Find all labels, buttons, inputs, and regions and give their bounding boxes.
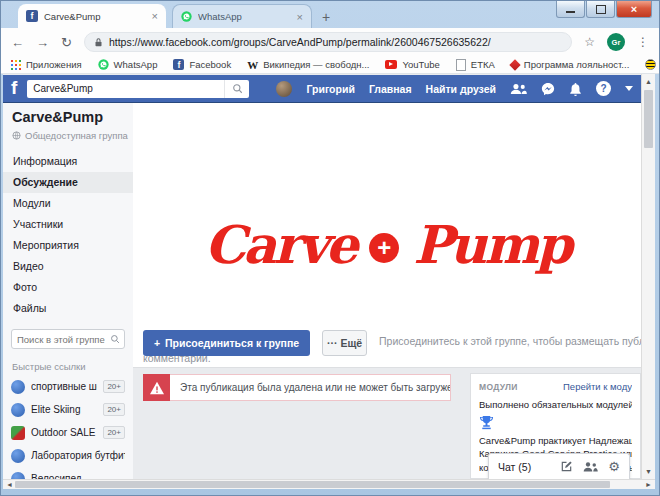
plus-icon: + (154, 337, 160, 349)
friend-requests-icon[interactable] (510, 83, 527, 95)
bookmark-wikipedia[interactable]: W Википедия — свободн... (247, 59, 369, 71)
sidebar-item-modules[interactable]: Модули (3, 193, 133, 214)
chat-bar[interactable]: Чат (5) ⚙ (488, 453, 630, 479)
facebook-search[interactable] (27, 80, 249, 98)
sidebar-item-files[interactable]: Файлы (3, 298, 133, 319)
quick-link-label: Elite Skiing (31, 404, 97, 415)
nav-find-friends[interactable]: Найти друзей (426, 83, 496, 95)
horizontal-scrollbar[interactable]: ◄ ► (3, 479, 655, 489)
plus-icon: + (369, 233, 399, 263)
facebook-logo[interactable]: f (11, 78, 17, 97)
more-button[interactable]: ··· Ещё (322, 330, 367, 356)
browser-toolbar: ← → ↻ https://www.facebook.com/groups/Ca… (1, 28, 659, 56)
notifications-icon[interactable] (569, 82, 582, 96)
bookmark-etka[interactable]: ЕТКА (456, 59, 495, 71)
group-search-input[interactable] (12, 334, 110, 345)
wikipedia-icon: W (247, 59, 258, 71)
group-sidebar: Carve&Pump Общедоступная группа Информац… (3, 103, 133, 479)
bookmark-loyalty[interactable]: Программа лояльност... (511, 59, 629, 70)
bookmark-beeline[interactable]: Мобильный Билайн: м... (645, 59, 660, 70)
user-avatar[interactable] (276, 81, 292, 97)
new-tab-button[interactable]: + (322, 9, 330, 25)
window-close-button[interactable]: × (616, 1, 652, 18)
chat-settings-icon[interactable]: ⚙ (608, 460, 620, 473)
unread-badge: 20+ (103, 380, 125, 393)
group-search[interactable] (11, 329, 125, 349)
scroll-up-icon[interactable]: ▲ (642, 78, 655, 85)
vertical-scrollbar-thumb[interactable] (644, 90, 653, 148)
facebook-icon: f (173, 59, 184, 70)
quick-link-item[interactable]: спортивные шопог... 20+ (3, 375, 133, 398)
scroll-right-icon[interactable]: ► (645, 480, 652, 489)
user-profile-link[interactable]: Григорий (306, 83, 354, 95)
quick-link-item[interactable]: Велосипед (3, 467, 133, 479)
nav-home[interactable]: Главная (369, 83, 412, 95)
window-maximize-button[interactable] (586, 1, 615, 18)
more-dots-icon: ··· (327, 337, 338, 349)
facebook-search-input[interactable] (27, 83, 224, 94)
scroll-left-icon[interactable]: ◄ (6, 480, 13, 489)
minimize-icon (566, 11, 575, 13)
quick-link-item[interactable]: Outdoor SALE 20+ (3, 421, 133, 444)
error-message: Эта публикация была удалена или не может… (170, 374, 451, 401)
bookmark-label: Facebook (189, 59, 231, 70)
globe-icon (12, 131, 21, 140)
whatsapp-icon (181, 11, 192, 22)
search-button[interactable] (224, 80, 249, 98)
browser-menu-icon[interactable]: ⋮ (637, 35, 649, 49)
bookmark-apps[interactable]: Приложения (11, 59, 82, 70)
compose-icon[interactable] (560, 460, 573, 473)
group-action-bar: + Присоединиться к группе ··· Ещё Присое… (133, 325, 641, 368)
quick-link-item[interactable]: Elite Skiing 20+ (3, 398, 133, 421)
help-icon[interactable]: ? (596, 81, 611, 96)
tab-title: WhatsApp (198, 11, 291, 22)
tab-carve-pump[interactable]: f Carve&Pump × (18, 4, 166, 28)
sidebar-item-events[interactable]: Мероприятия (3, 235, 133, 256)
bookmark-youtube[interactable]: YouTube (385, 59, 439, 70)
unread-badge: 20+ (103, 426, 125, 439)
contacts-icon[interactable] (583, 461, 598, 473)
sidebar-item-info[interactable]: Информация (3, 151, 133, 172)
vertical-scrollbar[interactable]: ▲ ▼ (641, 74, 655, 479)
group-name[interactable]: Carve&Pump (12, 109, 103, 125)
account-caret-icon[interactable] (625, 86, 633, 91)
tab-close-icon[interactable]: × (297, 11, 303, 23)
modules-progress: Выполнено обязательных модулей: 0 из 0 (479, 399, 632, 410)
reload-button[interactable]: ↻ (61, 36, 72, 49)
scroll-down-icon[interactable]: ▼ (642, 468, 655, 475)
quick-link-item[interactable]: Лаборатория бутфити... (3, 444, 133, 467)
sidebar-item-members[interactable]: Участники (3, 214, 133, 235)
bookmark-whatsapp[interactable]: WhatsApp (98, 59, 158, 70)
document-icon (456, 59, 466, 71)
tab-strip: f Carve&Pump × WhatsApp × + (18, 4, 330, 28)
back-button[interactable]: ← (11, 36, 24, 49)
tab-close-icon[interactable]: × (152, 10, 158, 22)
apps-grid-icon (11, 60, 13, 62)
bookmark-label: ЕТКА (471, 59, 495, 70)
join-hint: комментарии. (143, 352, 211, 364)
sidebar-item-discussion[interactable]: Обсуждение (3, 172, 133, 193)
modules-link[interactable]: Перейти к моду (563, 381, 632, 392)
trophy-icon (479, 415, 632, 430)
quick-link-label: Outdoor SALE (31, 427, 97, 438)
group-privacy: Общедоступная группа (12, 130, 128, 141)
window-minimize-button[interactable] (556, 1, 585, 18)
chat-label[interactable]: Чат (5) (498, 461, 550, 473)
address-bar[interactable]: https://www.facebook.com/groups/CarveAnd… (84, 32, 572, 52)
bookmark-star-icon[interactable]: ☆ (584, 35, 595, 49)
horizontal-scrollbar-thumb[interactable] (15, 481, 610, 488)
facebook-body: Carve&Pump Общедоступная группа Информац… (3, 103, 641, 479)
sidebar-item-photos[interactable]: Фото (3, 277, 133, 298)
sidebar-item-videos[interactable]: Видео (3, 256, 133, 277)
tab-whatsapp[interactable]: WhatsApp × (172, 4, 312, 28)
messenger-icon[interactable] (541, 82, 555, 96)
bookmark-facebook[interactable]: f Facebook (173, 59, 231, 70)
browser-profile-avatar[interactable]: Gr (607, 33, 625, 51)
search-icon (232, 83, 243, 94)
forward-button[interactable]: → (36, 36, 49, 49)
warning-icon (143, 374, 170, 401)
error-banner: Эта публикация была удалена или не может… (143, 374, 451, 401)
join-group-label: Присоединиться к группе (165, 337, 299, 349)
facebook-page: f Григорий Главная Найти друзей ? (3, 74, 641, 479)
group-avatar-icon (11, 449, 25, 463)
